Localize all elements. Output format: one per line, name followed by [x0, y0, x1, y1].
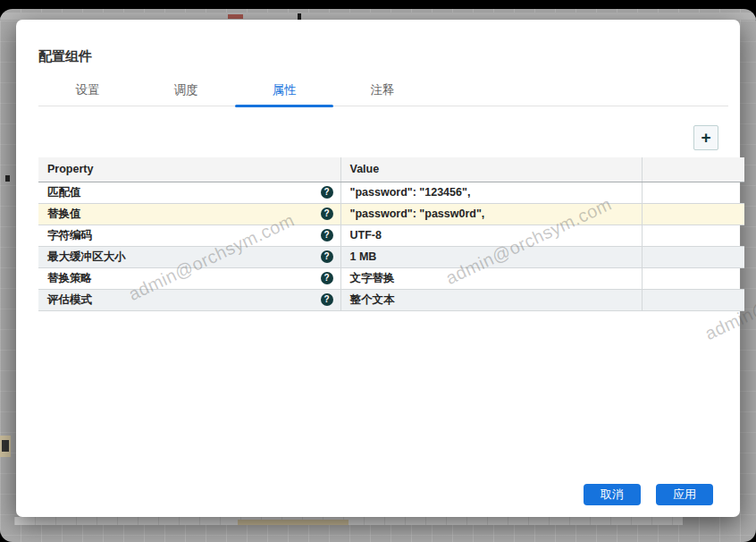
table-row: 评估模式 ? 整个文本: [38, 289, 744, 310]
apply-button[interactable]: 应用: [656, 484, 713, 505]
tab-properties[interactable]: 属性: [235, 80, 333, 106]
table-row: 字符编码 ? UTF-8: [38, 224, 744, 246]
property-value[interactable]: 1 MB: [340, 246, 642, 267]
column-header-value: Value: [340, 157, 642, 182]
property-name: 最大缓冲区大小: [47, 250, 126, 265]
properties-table: Property Value 匹配值 ? "password": "123456…: [38, 157, 744, 311]
dialog-title: 配置组件: [38, 48, 92, 65]
background-artifact: [0, 436, 11, 457]
property-value[interactable]: UTF-8: [340, 224, 642, 246]
property-name: 替换策略: [47, 271, 92, 286]
table-row: 替换值 ? "password": "passw0rd",: [38, 203, 744, 224]
configure-component-dialog: 配置组件 设置 调度 属性 注释 + Property Value: [16, 20, 740, 517]
tab-scheduling[interactable]: 调度: [137, 80, 235, 106]
plus-icon: +: [701, 129, 710, 146]
table-row: 匹配值 ? "password": "123456",: [38, 182, 744, 203]
property-value[interactable]: "password": "123456",: [340, 182, 642, 203]
tab-comments[interactable]: 注释: [333, 80, 432, 106]
property-name: 替换值: [47, 207, 81, 222]
property-value[interactable]: 整个文本: [340, 289, 642, 310]
column-header-property: Property: [38, 157, 340, 182]
row-actions-cell: [642, 203, 744, 224]
row-actions-cell: [642, 182, 744, 203]
background-artifact: [5, 175, 10, 182]
help-icon[interactable]: ?: [321, 250, 333, 263]
table-header-row: Property Value: [38, 157, 744, 182]
help-icon[interactable]: ?: [321, 229, 333, 241]
tab-settings[interactable]: 设置: [38, 80, 137, 106]
background-artifact: [14, 517, 683, 525]
row-actions-cell: [642, 246, 744, 267]
background-artifact: [228, 14, 243, 19]
cancel-button[interactable]: 取消: [584, 484, 641, 505]
property-name: 字符编码: [47, 228, 92, 243]
property-name: 匹配值: [47, 185, 81, 200]
canvas-background-window: 配置组件 设置 调度 属性 注释 + Property Value: [0, 9, 756, 542]
property-value[interactable]: 文字替换: [340, 267, 642, 289]
property-value[interactable]: "password": "passw0rd",: [340, 203, 642, 224]
help-icon[interactable]: ?: [321, 207, 333, 220]
help-icon[interactable]: ?: [321, 186, 333, 199]
property-name: 评估模式: [47, 292, 92, 308]
row-actions-cell: [642, 224, 744, 246]
tab-bar: 设置 调度 属性 注释: [38, 80, 728, 106]
row-actions-cell: [642, 289, 744, 310]
help-icon[interactable]: ?: [321, 293, 333, 306]
background-artifact: [0, 13, 756, 20]
add-property-button[interactable]: +: [693, 125, 718, 150]
table-row: 最大缓冲区大小 ? 1 MB: [38, 246, 744, 267]
background-artifact: [238, 520, 349, 525]
column-header-blank: [642, 157, 744, 182]
help-icon[interactable]: ?: [321, 272, 333, 284]
table-row: 替换策略 ? 文字替换: [38, 267, 744, 289]
row-actions-cell: [642, 267, 744, 289]
